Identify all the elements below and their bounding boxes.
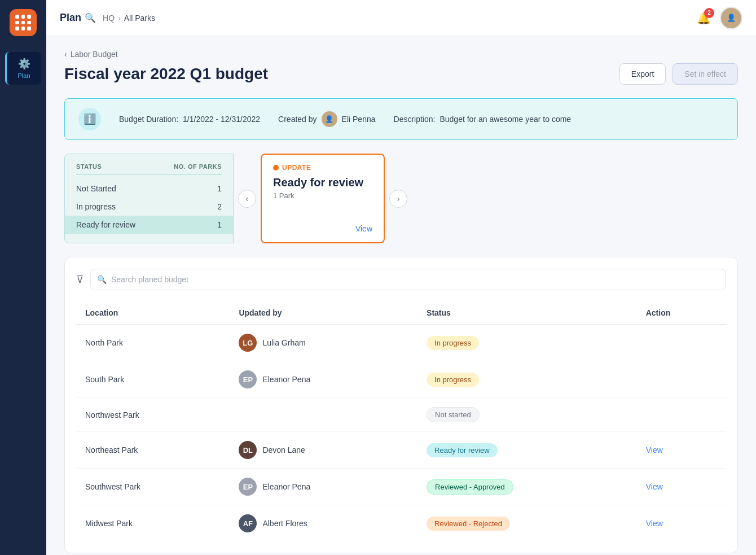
- parks-col-header: NO. OF PARKS: [174, 163, 222, 170]
- gear-icon: ⚙️: [18, 58, 30, 70]
- export-button[interactable]: Export: [619, 63, 666, 85]
- table-row: Northwest ParkNot started: [76, 398, 726, 432]
- sidebar-item-label: Plan: [17, 72, 30, 79]
- user-avatar[interactable]: 👤: [720, 7, 742, 29]
- back-link[interactable]: ‹ Labor Budget: [64, 50, 738, 59]
- search-input[interactable]: [90, 269, 726, 290]
- carousel-right-nav: ›: [385, 154, 412, 243]
- cell-location: South Park: [76, 361, 230, 398]
- cell-status: Reviewed - Approved: [417, 469, 637, 505]
- col-location: Location: [76, 301, 230, 325]
- cell-action: [637, 361, 726, 398]
- table-row: Southwest ParkEPEleanor PenaReviewed - A…: [76, 469, 726, 505]
- cell-updated-by: EPEleanor Pena: [230, 469, 417, 505]
- status-badge: In progress: [427, 373, 479, 387]
- update-dot-icon: [273, 165, 279, 171]
- cell-status: Ready for review: [417, 432, 637, 469]
- app-logo[interactable]: [10, 9, 37, 36]
- updated-by-name: Lulia Grham: [262, 338, 305, 347]
- set-in-effect-button[interactable]: Set in effect: [673, 63, 738, 85]
- row-avatar: EP: [239, 370, 257, 388]
- action-view-link[interactable]: View: [646, 519, 663, 528]
- data-table: Location Updated by Status Action North …: [76, 301, 726, 541]
- table-section: ⊽ 🔍 Location Updated by Status Action: [64, 257, 738, 553]
- status-ready-count: 1: [217, 220, 222, 229]
- status-badge: Reviewed - Rejected: [427, 517, 510, 531]
- updated-by-name: Albert Flores: [262, 519, 307, 528]
- cell-location: Northwest Park: [76, 398, 230, 432]
- page-actions: Export Set in effect: [619, 63, 738, 85]
- breadcrumb-hq[interactable]: HQ: [103, 14, 115, 23]
- status-col-header: STATUS: [76, 163, 102, 170]
- update-card: UPDATE Ready for review 1 Park View: [261, 154, 385, 243]
- breadcrumb-separator: ›: [118, 14, 121, 23]
- created-by-label: Created by: [278, 115, 317, 124]
- col-action: Action: [637, 301, 726, 325]
- col-updated-by: Updated by: [230, 301, 417, 325]
- filter-icon[interactable]: ⊽: [76, 273, 83, 286]
- creator-name: Eli Penna: [342, 115, 376, 124]
- cell-action: [637, 325, 726, 361]
- action-view-link[interactable]: View: [646, 445, 663, 455]
- update-tag: UPDATE: [273, 164, 372, 172]
- updated-by-name: Eleanor Pena: [262, 482, 310, 491]
- cell-action: [637, 398, 726, 432]
- status-badge: Ready for review: [427, 443, 498, 457]
- cell-updated-by: DLDevon Lane: [230, 432, 417, 469]
- table-head: Location Updated by Status Action: [76, 301, 726, 325]
- search-icon[interactable]: 🔍: [85, 12, 96, 23]
- main-area: Plan 🔍 HQ › All Parks 🔔 2 👤 ‹ Labor Budg…: [46, 0, 756, 555]
- budget-duration-label: Budget Duration:: [119, 115, 178, 124]
- status-row-ready-for-review: Ready for review 1: [65, 216, 233, 234]
- sidebar: ⚙️ Plan: [0, 0, 46, 555]
- cell-status: Not started: [417, 398, 637, 432]
- col-status: Status: [417, 301, 637, 325]
- breadcrumb-all-parks[interactable]: All Parks: [124, 14, 155, 23]
- carousel-left-button[interactable]: ‹: [238, 190, 256, 208]
- table-body: North ParkLGLulia GrhamIn progressSouth …: [76, 325, 726, 542]
- cell-action: View: [637, 432, 726, 469]
- avatar-initials: 👤: [727, 14, 736, 22]
- search-icon-input: 🔍: [97, 275, 107, 284]
- status-badge: Not started: [427, 407, 480, 422]
- cell-status: Reviewed - Rejected: [417, 505, 637, 542]
- cell-updated-by: EPEleanor Pena: [230, 361, 417, 398]
- description-info: Description: Budget for an awesome year …: [394, 115, 572, 124]
- cell-updated-by: AFAlbert Flores: [230, 505, 417, 542]
- status-in-progress-count: 2: [217, 202, 222, 211]
- cell-location: North Park: [76, 325, 230, 361]
- description-value: Budget for an awesome year to come: [439, 115, 571, 124]
- cell-status: In progress: [417, 361, 637, 398]
- carousel-right-button[interactable]: ›: [389, 190, 407, 208]
- page-title: Fiscal year 2022 Q1 budget: [64, 65, 268, 83]
- created-by-info: Created by 👤 Eli Penna: [278, 111, 375, 127]
- table-row: South ParkEPEleanor PenaIn progress: [76, 361, 726, 398]
- budget-duration-value: 1/1/2022 - 12/31/2022: [183, 115, 260, 124]
- info-icon: ℹ️: [78, 108, 101, 130]
- status-row-in-progress: In progress 2: [76, 198, 222, 216]
- status-not-started-count: 1: [217, 184, 222, 193]
- status-in-progress-label: In progress: [76, 202, 116, 211]
- row-avatar: AF: [239, 514, 257, 532]
- updated-by-name: Devon Lane: [262, 445, 305, 455]
- breadcrumb: HQ › All Parks: [103, 14, 155, 23]
- row-avatar: LG: [239, 334, 257, 352]
- back-link-text: Labor Budget: [71, 50, 118, 59]
- creator-avatar: 👤: [322, 111, 337, 127]
- cell-updated-by: [230, 398, 417, 432]
- action-view-link[interactable]: View: [646, 482, 663, 491]
- row-avatar: DL: [239, 441, 257, 459]
- status-row-not-started: Not Started 1: [76, 180, 222, 198]
- sidebar-item-plan[interactable]: ⚙️ Plan: [5, 52, 41, 85]
- table-row: Midwest ParkAFAlbert FloresReviewed - Re…: [76, 505, 726, 542]
- table-row: North ParkLGLulia GrhamIn progress: [76, 325, 726, 361]
- page-header: Fiscal year 2022 Q1 budget Export Set in…: [64, 63, 738, 85]
- update-tag-text: UPDATE: [282, 164, 311, 172]
- plan-title-text: Plan: [60, 12, 81, 24]
- page-content: ‹ Labor Budget Fiscal year 2022 Q1 budge…: [46, 36, 756, 555]
- table-row: Northeast ParkDLDevon LaneReady for revi…: [76, 432, 726, 469]
- notification-bell[interactable]: 🔔 2: [697, 11, 711, 25]
- update-view-link[interactable]: View: [273, 224, 372, 233]
- carousel-left-nav: ‹: [234, 154, 261, 243]
- status-update-section: STATUS NO. OF PARKS Not Started 1 In pro…: [64, 154, 738, 243]
